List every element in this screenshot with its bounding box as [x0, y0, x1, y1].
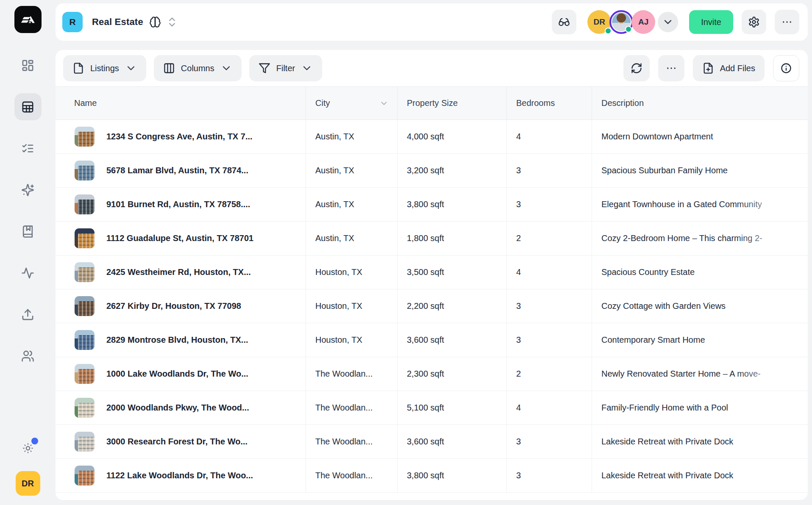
column-header-name[interactable]: Name — [56, 87, 306, 119]
bedrooms-cell[interactable]: 4 — [507, 391, 592, 425]
size-cell[interactable]: 3,800 sqft — [398, 459, 507, 492]
sidebar-item-activity[interactable] — [14, 259, 42, 286]
description-cell[interactable]: Cozy 2-Bedroom Home – This charming 2- — [592, 222, 808, 255]
table-row[interactable]: 1234 S Congress Ave, Austin, TX 7... Aus… — [56, 120, 808, 154]
reader-view-button[interactable] — [552, 10, 576, 34]
city-cell[interactable]: Austin, TX — [306, 154, 398, 187]
city-cell[interactable]: The Woodlan... — [306, 391, 398, 425]
column-header-description[interactable]: Description — [592, 87, 808, 119]
city-cell[interactable]: The Woodlan... — [306, 425, 398, 458]
column-header-bedrooms[interactable]: Bedrooms — [507, 87, 592, 119]
name-cell[interactable]: 2627 Kirby Dr, Houston, TX 77098 — [56, 289, 306, 323]
name-cell[interactable]: 9101 Burnet Rd, Austin, TX 78758.... — [56, 188, 306, 221]
workspace-badge[interactable]: R — [62, 12, 83, 32]
theme-toggle-button[interactable] — [16, 436, 40, 460]
settings-button[interactable] — [742, 10, 766, 34]
size-cell[interactable]: 2,200 sqft — [398, 289, 507, 323]
city-cell[interactable]: Austin, TX — [306, 188, 398, 221]
size-cell[interactable]: 3,600 sqft — [398, 323, 507, 357]
city-cell[interactable]: The Woodlan... — [306, 357, 398, 391]
bedrooms-cell[interactable]: 3 — [507, 459, 592, 492]
info-button[interactable] — [773, 55, 799, 81]
city-cell[interactable]: Houston, TX — [306, 255, 398, 289]
size-cell[interactable]: 5,100 sqft — [398, 391, 507, 425]
description-cell[interactable]: Modern Downtown Apartment — [592, 120, 808, 153]
name-cell[interactable]: 1122 Lake Woodlands Dr, The Woo... — [56, 459, 306, 492]
description-cell[interactable]: Spacious Suburban Family Home — [592, 154, 808, 187]
sidebar-item-table[interactable] — [14, 93, 42, 120]
description-cell[interactable]: Newly Renovated Starter Home – A move- — [592, 357, 808, 391]
sidebar-item-library[interactable] — [14, 218, 42, 245]
size-cell[interactable]: 3,500 sqft — [398, 255, 507, 289]
workspace-selector-icon[interactable] — [166, 16, 178, 28]
app-logo[interactable] — [14, 6, 42, 33]
table-row[interactable]: 5678 Lamar Blvd, Austin, TX 7874... Aust… — [56, 154, 808, 188]
invite-button[interactable]: Invite — [689, 10, 733, 34]
name-cell[interactable]: 1234 S Congress Ave, Austin, TX 7... — [56, 120, 306, 153]
columns-button[interactable]: Columns — [154, 55, 242, 81]
city-cell[interactable]: The Woodlan... — [306, 459, 398, 492]
sidebar-item-tasks[interactable] — [14, 135, 42, 162]
table-more-button[interactable] — [658, 55, 684, 81]
add-files-button[interactable]: Add Files — [693, 55, 765, 81]
size-cell[interactable]: 2,300 sqft — [398, 357, 507, 391]
view-selector-button[interactable]: Listings — [63, 55, 146, 81]
name-cell[interactable]: 3000 Research Forest Dr, The Wo... — [56, 425, 306, 458]
table-row[interactable]: 2000 Woodlands Pkwy, The Wood... The Woo… — [56, 391, 808, 425]
description-cell[interactable]: Elegant Townhouse in a Gated Community — [592, 188, 808, 221]
refresh-button[interactable] — [623, 55, 650, 81]
bedrooms-cell[interactable]: 3 — [507, 289, 592, 323]
sort-chevron-icon[interactable] — [379, 99, 389, 108]
sidebar-item-upload[interactable] — [14, 301, 42, 328]
name-cell[interactable]: 2000 Woodlands Pkwy, The Wood... — [56, 391, 306, 425]
city-cell[interactable]: Austin, TX — [306, 120, 398, 153]
column-header-city[interactable]: City — [306, 87, 398, 119]
filter-button[interactable]: Filter — [249, 55, 322, 81]
description-cell[interactable]: Contemporary Smart Home — [592, 323, 808, 357]
city-cell[interactable]: Houston, TX — [306, 323, 398, 357]
name-cell[interactable]: 2425 Westheimer Rd, Houston, TX... — [56, 255, 306, 289]
description-cell[interactable]: Lakeside Retreat with Private Dock — [592, 425, 808, 458]
avatars-expand-button[interactable] — [658, 12, 678, 32]
size-cell[interactable]: 3,200 sqft — [398, 154, 507, 187]
avatar-aj[interactable]: AJ — [631, 10, 655, 34]
sidebar-item-members[interactable] — [14, 342, 42, 369]
sidebar-item-dashboard[interactable] — [14, 52, 42, 79]
description-cell[interactable]: Spacious Country Estate — [592, 255, 808, 289]
bedrooms-cell[interactable]: 4 — [507, 255, 592, 289]
size-cell[interactable]: 3,600 sqft — [398, 425, 507, 458]
table-row[interactable]: 2425 Westheimer Rd, Houston, TX... Houst… — [56, 255, 808, 289]
more-options-button[interactable] — [775, 10, 799, 34]
table-row[interactable]: 9101 Burnet Rd, Austin, TX 78758.... Aus… — [56, 188, 808, 222]
description-cell[interactable]: Family-Friendly Home with a Pool — [592, 391, 808, 425]
name-cell[interactable]: 1000 Lake Woodlands Dr, The Wo... — [56, 357, 306, 391]
description-cell[interactable]: Cozy Cottage with Garden Views — [592, 289, 808, 323]
table-row[interactable]: 1000 Lake Woodlands Dr, The Wo... The Wo… — [56, 357, 808, 391]
table-row[interactable]: 3000 Research Forest Dr, The Wo... The W… — [56, 425, 808, 459]
avatar-photo[interactable] — [609, 10, 633, 34]
size-cell[interactable]: 4,000 sqft — [398, 120, 507, 153]
city-cell[interactable]: Houston, TX — [306, 289, 398, 323]
bedrooms-cell[interactable]: 2 — [507, 222, 592, 255]
table-row[interactable]: 2627 Kirby Dr, Houston, TX 77098 Houston… — [56, 289, 808, 323]
avatar-dr[interactable]: DR — [587, 10, 611, 34]
bedrooms-cell[interactable]: 3 — [507, 323, 592, 357]
table-row[interactable]: 1122 Lake Woodlands Dr, The Woo... The W… — [56, 459, 808, 493]
bedrooms-cell[interactable]: 2 — [507, 357, 592, 391]
user-avatar[interactable]: DR — [16, 471, 40, 496]
column-header-property-size[interactable]: Property Size — [398, 87, 507, 119]
table-row[interactable]: 1112 Guadalupe St, Austin, TX 78701 Aust… — [56, 222, 808, 255]
bedrooms-cell[interactable]: 3 — [507, 188, 592, 221]
sidebar-item-ai[interactable] — [14, 176, 42, 203]
name-cell[interactable]: 5678 Lamar Blvd, Austin, TX 7874... — [56, 154, 306, 187]
bedrooms-cell[interactable]: 4 — [507, 120, 592, 153]
name-cell[interactable]: 2829 Montrose Blvd, Houston, TX... — [56, 323, 306, 357]
size-cell[interactable]: 3,800 sqft — [398, 188, 507, 221]
description-cell[interactable]: Lakeside Retreat with Private Dock — [592, 459, 808, 492]
city-cell[interactable]: Austin, TX — [306, 222, 398, 255]
brain-icon[interactable] — [149, 16, 161, 28]
bedrooms-cell[interactable]: 3 — [507, 154, 592, 187]
size-cell[interactable]: 1,800 sqft — [398, 222, 507, 255]
table-row[interactable]: 2829 Montrose Blvd, Houston, TX... Houst… — [56, 323, 808, 357]
bedrooms-cell[interactable]: 3 — [507, 425, 592, 458]
